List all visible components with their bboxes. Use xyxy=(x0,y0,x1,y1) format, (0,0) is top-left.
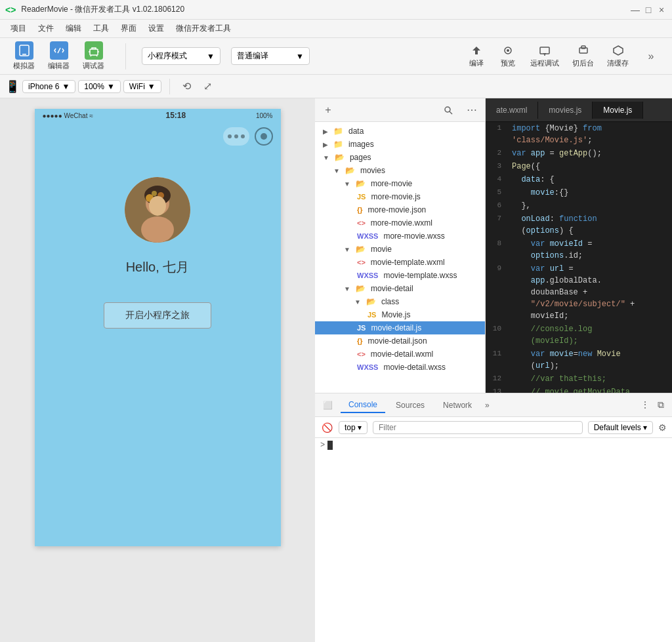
tree-item-more-movie-js[interactable]: JS more-movie.js xyxy=(315,190,485,203)
devtools-tab-sources[interactable]: Sources xyxy=(388,398,432,412)
file-tree-search-button[interactable] xyxy=(440,102,456,118)
more-tools-icon: » xyxy=(648,50,654,62)
compile-button[interactable]: 编译 xyxy=(463,41,490,71)
devtools-filter-input[interactable] xyxy=(373,421,583,434)
file-tree-more-button[interactable]: ⋯ xyxy=(464,102,480,118)
toolbar: 模拟器 编辑器 xyxy=(0,38,672,75)
close-button[interactable]: × xyxy=(656,5,667,15)
tree-item-movie-template-wxml[interactable]: <> movie-template.wxml xyxy=(315,256,485,269)
tree-item-movies[interactable]: 📂 movies xyxy=(315,164,485,177)
menu-item-界面[interactable]: 界面 xyxy=(116,22,142,35)
tree-item-more-movie[interactable]: 📂 more-movie xyxy=(315,177,485,190)
tree-label-images: images xyxy=(348,140,374,149)
file-tree-header: + ⋯ xyxy=(315,98,485,122)
file-icon-movie-detail-wxss: WXSS xyxy=(357,363,378,372)
devtools-inspect-icon[interactable]: ⬜ xyxy=(323,401,333,410)
compile-icon xyxy=(470,44,483,57)
tree-item-class[interactable]: 📂 class xyxy=(315,295,485,308)
svg-rect-1 xyxy=(22,54,26,55)
more-tools-button[interactable]: » xyxy=(638,48,664,65)
zoom-select[interactable]: 100% ▼ xyxy=(78,80,121,93)
start-button[interactable]: 开启小程序之旅 xyxy=(104,302,211,329)
tree-item-images[interactable]: 📁 images xyxy=(315,138,485,151)
tree-item-movie[interactable]: 📂 movie xyxy=(315,243,485,256)
svg-rect-3 xyxy=(90,49,98,55)
simulator-panel: ●●●●● WeChat ≈ 15:18 100% xyxy=(0,98,315,642)
folder-icon-more-movie: 📂 xyxy=(356,179,366,188)
maximize-button[interactable]: □ xyxy=(643,5,654,15)
devtools-tabs: ⬜ Console Sources Network » ⋮ ⧉ xyxy=(315,393,672,417)
tree-item-movie-detail-json[interactable]: {} movie-detail.json xyxy=(315,334,485,348)
devtools-clear-button[interactable]: 🚫 xyxy=(320,421,333,434)
tab-Movie-js[interactable]: Movie.js xyxy=(593,102,643,119)
tree-label-more-movie-wxss: more-movie.wxss xyxy=(383,231,444,241)
tree-item-movie-detail[interactable]: 📂 movie-detail xyxy=(315,282,485,295)
remote-debug-button[interactable]: 远程调试 xyxy=(526,41,563,71)
cut-bg-label: 切后台 xyxy=(572,58,594,68)
devtools-options-button[interactable]: ⋮ xyxy=(638,399,652,411)
line-num-10: 10 xyxy=(486,323,507,334)
devtools-right-icons: ⋮ ⧉ xyxy=(638,399,667,411)
network-select[interactable]: WiFi ▼ xyxy=(123,80,161,93)
folder-arrow-movie xyxy=(344,246,350,253)
debugger-label: 调试器 xyxy=(83,61,104,71)
code-line-5: 5 movie:{} xyxy=(486,186,672,199)
devtools-tab-console[interactable]: Console xyxy=(341,397,385,413)
fullscreen-button[interactable]: ⤢ xyxy=(199,77,217,96)
phone-signal: ●●●●● WeChat ≈ xyxy=(43,112,93,119)
devtools-panel: ⬜ Console Sources Network » ⋮ ⧉ 🚫 top ▾ … xyxy=(315,393,672,642)
tab-movies-js[interactable]: movies.js xyxy=(538,102,593,119)
debugger-button[interactable]: 调试器 xyxy=(77,39,110,73)
preview-button[interactable]: 预览 xyxy=(495,41,521,71)
mode-dropdown[interactable]: 小程序模式 ▼ xyxy=(142,47,220,65)
tree-item-movie-detail-wxss[interactable]: WXSS movie-detail.wxss xyxy=(315,361,485,374)
devtools-context-select[interactable]: top ▾ xyxy=(339,421,368,434)
svg-line-24 xyxy=(450,111,452,114)
tree-label-movies: movies xyxy=(360,166,385,175)
tree-item-more-movie-wxss[interactable]: WXSS more-movie.wxss xyxy=(315,230,485,243)
phone-nav-bar xyxy=(35,122,281,151)
tree-item-movie-template-wxss[interactable]: WXSS movie-template.wxss xyxy=(315,269,485,282)
tab-ate-wxml[interactable]: ate.wxml xyxy=(486,102,538,119)
devtools-more-tabs[interactable]: » xyxy=(485,401,490,410)
tree-item-Movie-js[interactable]: JS Movie.js xyxy=(315,308,485,321)
menu-item-工具[interactable]: 工具 xyxy=(88,22,114,35)
svg-point-9 xyxy=(507,49,509,52)
tree-item-movie-detail-wxml[interactable]: <> movie-detail.wxml xyxy=(315,348,485,361)
folder-icon-data: 📁 xyxy=(333,127,343,136)
devtools-settings-button[interactable]: ⚙ xyxy=(658,422,667,433)
cache-icon xyxy=(612,44,625,57)
tree-item-more-movie-wxml[interactable]: <> more-movie.wxml xyxy=(315,216,485,230)
tree-item-pages[interactable]: 📂 pages xyxy=(315,151,485,164)
devtools-level-select[interactable]: Default levels ▾ xyxy=(588,421,653,434)
code-content-12: //var that=this; xyxy=(507,372,672,386)
menu-item-文件[interactable]: 文件 xyxy=(33,22,59,35)
folder-arrow-images xyxy=(323,141,328,148)
menu-item-微信开发者工具[interactable]: 微信开发者工具 xyxy=(171,22,236,35)
tree-item-data[interactable]: 📁 data xyxy=(315,125,485,138)
device-select[interactable]: iPhone 6 ▼ xyxy=(22,80,75,93)
file-icon-more-movie-js: JS xyxy=(357,192,366,201)
tree-item-movie-detail-js[interactable]: JS movie-detail.js xyxy=(315,321,485,334)
folder-icon-movie-detail: 📂 xyxy=(356,284,366,293)
menu-item-编辑[interactable]: 编辑 xyxy=(60,22,87,35)
tree-item-more-movie-json[interactable]: {} more-movie.json xyxy=(315,203,485,216)
folder-icon-pages: 📂 xyxy=(335,153,345,162)
file-tree-add-button[interactable]: + xyxy=(320,102,336,118)
rotate-button[interactable]: ⟲ xyxy=(178,77,196,96)
line-num-5: 5 xyxy=(486,186,507,198)
menu-item-项目[interactable]: 项目 xyxy=(5,22,32,35)
editor-button[interactable]: 编辑器 xyxy=(43,39,75,73)
devtools-detach-button[interactable]: ⧉ xyxy=(655,399,667,411)
simulator-button[interactable]: 模拟器 xyxy=(8,39,40,73)
avatar-image xyxy=(125,177,190,243)
phone-frame: ●●●●● WeChat ≈ 15:18 100% xyxy=(35,109,281,546)
cache-button[interactable]: 清缓存 xyxy=(603,41,633,71)
devtools-tab-network[interactable]: Network xyxy=(435,398,480,412)
tree-label-movie-detail-js: movie-detail.js xyxy=(371,323,421,332)
menu-item-设置[interactable]: 设置 xyxy=(143,22,169,35)
cut-bg-button[interactable]: 切后台 xyxy=(568,41,598,71)
file-icon-more-movie-wxss: WXSS xyxy=(357,231,378,241)
minimize-button[interactable]: — xyxy=(630,5,640,15)
compile-dropdown[interactable]: 普通编译 ▼ xyxy=(231,47,310,65)
